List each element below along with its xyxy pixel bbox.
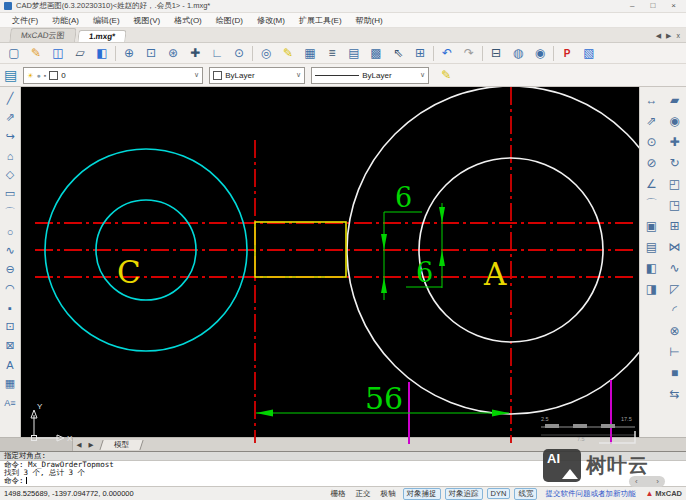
zoom-all-icon[interactable]: ⊙ (228, 45, 250, 62)
polygon-icon[interactable]: ⌂ (1, 146, 20, 165)
edit-spline-icon[interactable]: ∿ (665, 257, 685, 278)
tab-close-button[interactable]: x (677, 32, 681, 40)
layer-manager-icon[interactable]: ▤ (343, 45, 365, 62)
tab-scroll-right-button[interactable]: ▶ (666, 32, 671, 40)
mtext-icon[interactable]: A≡ (1, 393, 20, 412)
share-web-icon[interactable]: ◉ (529, 45, 551, 62)
dim-diameter-icon[interactable]: ⊘ (642, 152, 662, 173)
dim-continue-icon[interactable]: ▣ (642, 215, 662, 236)
tab-scroll-left-button[interactable]: ◀ (656, 32, 661, 40)
mirror-icon[interactable]: ⋈ (665, 236, 685, 257)
select-icon[interactable]: ⇖ (387, 45, 409, 62)
drawing-frame-corner[interactable] (599, 431, 635, 443)
tab-model[interactable]: 模型 (99, 440, 143, 450)
extend-icon[interactable]: ⊢ (665, 341, 685, 362)
dim-aligned-icon[interactable]: ⇗ (642, 110, 662, 131)
menu-view[interactable]: 视图(V) (128, 14, 167, 27)
color-table-icon[interactable]: ▦ (299, 45, 321, 62)
insert-block-icon[interactable]: ⊡ (1, 317, 20, 336)
print-icon[interactable]: ⊟ (485, 45, 507, 62)
erase-icon[interactable]: ▰ (665, 89, 685, 110)
menu-draw[interactable]: 绘图(D) (210, 14, 249, 27)
edit-document-icon[interactable]: ✎ (25, 45, 47, 62)
text-icon[interactable]: A (1, 355, 20, 374)
menu-modify[interactable]: 修改(M) (251, 14, 291, 27)
construction-line-icon[interactable]: ⇗ (1, 108, 20, 127)
rectangle-icon[interactable]: ▭ (1, 184, 20, 203)
feedback-link[interactable]: 提交软件问题或者加新功能 (545, 489, 635, 499)
zoom-in-icon[interactable]: ⊕ (118, 45, 140, 62)
line-icon[interactable]: ╱ (1, 89, 20, 108)
dim-linear-icon[interactable]: ↔ (642, 89, 662, 110)
color-select[interactable]: ByLayer ∨ (209, 67, 305, 84)
polyline-icon[interactable]: ↪ (1, 127, 20, 146)
scale-bar[interactable]: 2.5 7.5 17.5 (541, 416, 635, 442)
publish-web-icon[interactable]: ◍ (507, 45, 529, 62)
array-icon[interactable]: ⊞ (665, 215, 685, 236)
menu-help[interactable]: 帮助(H) (350, 14, 389, 27)
dim-radius-icon[interactable]: ⊙ (642, 131, 662, 152)
export-pdf-icon[interactable]: P (556, 45, 578, 62)
ellipse-icon[interactable]: ⊖ (1, 260, 20, 279)
ellipse-arc-icon[interactable]: ◠ (1, 279, 20, 298)
tab-current-drawing[interactable]: 1.mxg* (77, 30, 126, 42)
polygon-inscribed-icon[interactable]: ◇ (1, 165, 20, 184)
find-icon[interactable]: ◎ (255, 45, 277, 62)
arc-icon[interactable]: ⌒ (1, 203, 20, 222)
dim-style-icon[interactable]: ◨ (642, 278, 662, 299)
draw-settings-icon[interactable]: ✎ (277, 45, 299, 62)
toggle-ortho[interactable]: 正交 (353, 489, 374, 499)
zoom-window-icon[interactable]: ⊡ (140, 45, 162, 62)
point-icon[interactable]: ▪ (1, 298, 20, 317)
dim-baseline-icon[interactable]: ▤ (642, 236, 662, 257)
copy-icon[interactable]: ◉ (665, 110, 685, 131)
layer-select[interactable]: ☀ ● ▪ 0 ∨ (23, 67, 203, 84)
minimize-button[interactable]: – (630, 1, 634, 11)
linetype-select[interactable]: ByLayer ∨ (311, 67, 429, 84)
menu-function[interactable]: 功能(A) (46, 14, 85, 27)
dim-quick-icon[interactable]: ◧ (642, 257, 662, 278)
stretch-icon[interactable]: ◳ (665, 194, 685, 215)
box-3d-icon[interactable]: ■ (665, 362, 685, 383)
dimension-text-6-top[interactable]: 6 (395, 182, 412, 213)
move-icon[interactable]: ✚ (665, 131, 685, 152)
pan-icon[interactable]: ✚ (184, 45, 206, 62)
tab-mxcad-cloud[interactable]: MxCAD云图 (9, 28, 76, 42)
save-icon[interactable]: ◫ (47, 45, 69, 62)
export-image-icon[interactable]: ▧ (578, 45, 600, 62)
toggle-grid[interactable]: 栅格 (328, 489, 349, 499)
toggle-polar[interactable]: 极轴 (378, 489, 399, 499)
circle-icon[interactable]: ○ (1, 222, 20, 241)
fillet-icon[interactable]: ◜ (665, 299, 685, 320)
label-a[interactable]: A (483, 256, 507, 292)
menu-edit[interactable]: 编辑(E) (87, 14, 126, 27)
maximize-button[interactable]: □ (650, 1, 655, 11)
new-file-icon[interactable]: ▢ (3, 45, 25, 62)
zoom-scale-icon[interactable]: ∟ (206, 45, 228, 62)
spline-icon[interactable]: ∿ (1, 241, 20, 260)
attribute-table-icon[interactable]: ⊞ (409, 45, 431, 62)
pencil-icon[interactable]: ✎ (435, 67, 457, 84)
dimension-text-6-mid[interactable]: 6 (416, 257, 433, 288)
dimension-text-56[interactable]: 56 (365, 381, 403, 416)
chamfer-icon[interactable]: ◸ (665, 278, 685, 299)
undo-icon[interactable]: ↶ (436, 45, 458, 62)
label-c[interactable]: C (117, 254, 141, 290)
menu-extend-tools[interactable]: 扩展工具(E) (293, 14, 348, 27)
toggle-osnap[interactable]: 对象捕捉 (403, 488, 441, 500)
menu-format[interactable]: 格式(O) (168, 14, 208, 27)
image-icon[interactable]: ▦ (1, 374, 20, 393)
zoom-extents-icon[interactable]: ⊛ (162, 45, 184, 62)
linetype-list-icon[interactable]: ≡ (321, 45, 343, 62)
toggle-dyn[interactable]: DYN (487, 488, 511, 499)
join-icon[interactable]: ⇆ (665, 383, 685, 404)
menu-file[interactable]: 文件(F) (6, 14, 44, 27)
layers-stack-icon[interactable]: ▤ (4, 67, 17, 83)
toggle-lineweight[interactable]: 线宽 (514, 488, 537, 500)
scale-icon[interactable]: ◰ (665, 173, 685, 194)
rotate-icon[interactable]: ↻ (665, 152, 685, 173)
close-button[interactable]: × (671, 1, 676, 11)
dim-arc-length-icon[interactable]: ⌒ (642, 194, 662, 215)
dim-angular-icon[interactable]: ∠ (642, 173, 662, 194)
redo-icon[interactable]: ↷ (458, 45, 480, 62)
